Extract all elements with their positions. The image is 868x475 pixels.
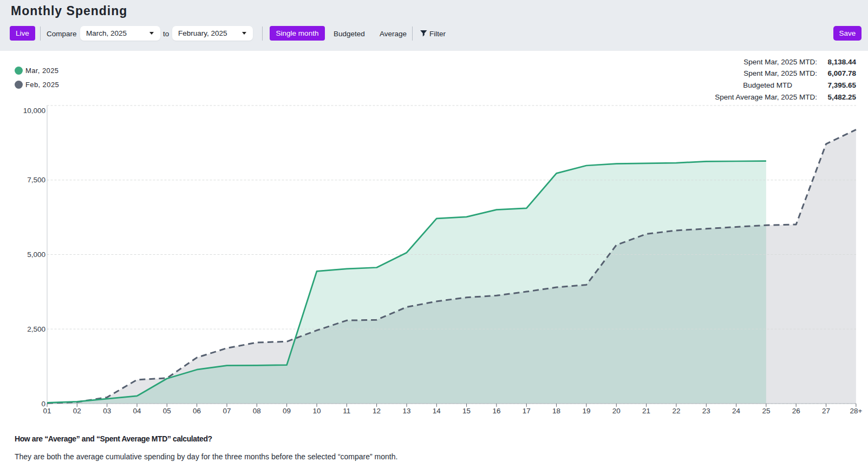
svg-text:21: 21 [642, 407, 650, 415]
svg-text:18: 18 [552, 407, 560, 415]
svg-text:10,000: 10,000 [23, 107, 45, 115]
svg-text:14: 14 [433, 407, 441, 415]
svg-text:20: 20 [612, 407, 621, 415]
svg-text:25: 25 [762, 407, 770, 415]
svg-text:7,500: 7,500 [27, 176, 45, 184]
svg-text:04: 04 [133, 407, 141, 415]
svg-text:07: 07 [223, 407, 231, 415]
svg-text:05: 05 [163, 407, 171, 415]
svg-text:28+: 28+ [850, 407, 862, 415]
svg-text:2,500: 2,500 [27, 325, 45, 333]
svg-text:15: 15 [462, 407, 471, 415]
svg-text:02: 02 [73, 407, 81, 415]
svg-text:06: 06 [193, 407, 201, 415]
svg-text:24: 24 [732, 407, 741, 415]
svg-text:5,000: 5,000 [27, 250, 45, 259]
svg-text:08: 08 [253, 407, 261, 415]
svg-text:13: 13 [402, 407, 410, 415]
svg-text:03: 03 [103, 407, 111, 415]
svg-text:01: 01 [43, 407, 51, 415]
svg-text:16: 16 [492, 407, 500, 415]
svg-text:11: 11 [343, 407, 350, 415]
svg-text:26: 26 [792, 407, 800, 415]
svg-text:27: 27 [822, 407, 830, 415]
svg-text:17: 17 [523, 407, 531, 415]
svg-text:12: 12 [373, 407, 381, 415]
svg-text:23: 23 [702, 407, 710, 415]
svg-text:22: 22 [672, 407, 680, 415]
svg-text:10: 10 [312, 407, 321, 415]
svg-text:09: 09 [283, 407, 291, 415]
svg-text:19: 19 [582, 407, 590, 415]
